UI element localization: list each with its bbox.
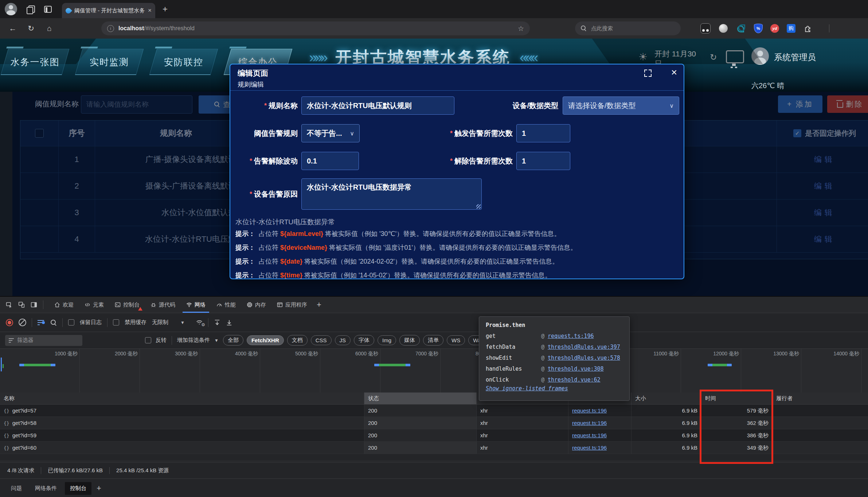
disable-cache-checkbox[interactable] [113, 319, 119, 326]
app-nav-tab[interactable]: 安防联控 [153, 49, 214, 75]
extensions-row: % yd 购 [700, 23, 829, 33]
throttling-caret-icon[interactable]: ▼ [180, 320, 185, 325]
request-type-chip[interactable]: 清单 [423, 335, 443, 346]
refresh-icon[interactable]: ↻ [26, 24, 36, 33]
teal-knot-extension-icon[interactable] [736, 23, 746, 33]
close-icon[interactable]: × [671, 67, 677, 78]
tab-application[interactable]: 应用程序 [273, 297, 311, 313]
sphere-extension-icon[interactable] [718, 23, 728, 33]
big-screen-monitor-icon[interactable] [726, 50, 744, 63]
rule-name-input[interactable]: 水位计-水位计RTU电压默认规则 [301, 96, 454, 115]
col-status[interactable]: 状态 [364, 393, 477, 404]
source-location-link[interactable]: thresholdRules.vue:578 [548, 355, 620, 361]
drawer-tab[interactable]: 控制台 [65, 482, 91, 495]
initiator-link[interactable]: request.ts:196 [572, 445, 607, 451]
drawer-tab[interactable]: 问题 [6, 482, 27, 495]
network-overview-timeline[interactable]: 1000 毫秒2000 毫秒3000 毫秒4000 毫秒5000 毫秒6000 … [0, 349, 868, 393]
inspect-element-icon[interactable] [6, 301, 12, 308]
fullscreen-icon[interactable] [644, 70, 652, 77]
show-ignore-listed-link[interactable]: Show ignore-listed frames [486, 385, 568, 392]
address-bar[interactable]: i localhost/#/system/threshold ☆ [101, 21, 530, 35]
release-count-input[interactable]: 1 [516, 152, 570, 170]
tab-sources[interactable]: 源代码 [147, 297, 179, 313]
network-conditions-icon[interactable]: ⚙ [196, 319, 203, 326]
trigger-count-input[interactable]: 1 [516, 124, 570, 142]
dock-side-icon[interactable] [31, 301, 37, 308]
app-nav-tab[interactable]: 水务一张图 [4, 49, 66, 75]
import-har-icon[interactable] [214, 319, 220, 326]
browser-tab[interactable]: 阈值管理 - 开封古城智慧水务 × [62, 3, 155, 18]
request-type-chip[interactable]: 文档 [287, 335, 308, 346]
invert-checkbox[interactable] [145, 337, 151, 343]
app-nav-tab[interactable]: 实时监测 [79, 49, 140, 75]
clear-network-log-icon[interactable] [19, 319, 26, 326]
drawer-more-button[interactable]: + [97, 484, 101, 493]
disable-cache-label[interactable]: 禁用缓存 [125, 319, 146, 326]
more-tabs-button[interactable]: + [317, 300, 321, 309]
new-tab-button[interactable]: + [163, 4, 168, 14]
tab-actions-icon[interactable] [44, 6, 52, 13]
alarm-rule-select[interactable]: 不等于告...∨ [301, 124, 360, 142]
record-network-log-icon[interactable] [6, 319, 13, 326]
source-location-link[interactable]: threshold.vue:308 [548, 366, 604, 372]
request-type-chip[interactable]: 字体 [354, 335, 374, 346]
header-refresh-icon[interactable]: ↻ [710, 52, 717, 62]
col-fulfilled[interactable]: 履行者 [773, 393, 868, 404]
home-icon[interactable]: ⌂ [44, 24, 55, 33]
request-type-chip[interactable]: JS [335, 335, 351, 345]
reason-preview-text: 水位计-水位计RTU电压数据异常 [235, 217, 335, 227]
shield-percent-extension-icon[interactable]: % [754, 24, 763, 33]
mask-extension-icon[interactable] [700, 23, 711, 33]
initiator-link[interactable]: request.ts:196 [572, 407, 607, 414]
throttling-select[interactable]: 无限制 [152, 319, 168, 326]
search-box[interactable]: 点此搜索 [575, 21, 681, 35]
request-type-chip[interactable]: 全部 [223, 335, 243, 346]
site-info-icon[interactable]: i [107, 25, 114, 32]
preserve-log-label[interactable]: 保留日志 [80, 319, 102, 326]
request-type-chip[interactable]: 媒体 [399, 335, 420, 346]
source-location-link[interactable]: request.ts:196 [548, 333, 594, 339]
filter-input[interactable]: 筛选器 [5, 335, 82, 346]
filter-icon[interactable] [38, 320, 45, 326]
initiator-link[interactable]: request.ts:196 [572, 432, 607, 438]
export-har-icon[interactable] [226, 319, 232, 326]
request-type-chip[interactable]: CSS [311, 335, 332, 345]
tab-welcome[interactable]: 欢迎 [51, 297, 77, 313]
release-wave-input[interactable]: 0.1 [301, 152, 359, 170]
invert-label[interactable]: 反转 [156, 337, 167, 344]
yd-extension-icon[interactable]: yd [770, 24, 779, 33]
col-size[interactable]: 大小 [632, 393, 701, 404]
tab-network[interactable]: 网络 [183, 297, 209, 313]
workspaces-icon[interactable] [27, 5, 35, 13]
request-type-chip[interactable]: Fetch/XHR [247, 335, 284, 345]
tab-memory[interactable]: 内存 [243, 297, 270, 313]
tab-elements[interactable]: 元素 [81, 297, 107, 313]
add-filter-caret-icon[interactable]: ▼ [214, 338, 219, 343]
extensions-puzzle-icon[interactable] [803, 23, 813, 33]
add-filter-label[interactable]: 增加筛选条件 [177, 337, 210, 344]
source-location-link[interactable]: threshold.vue:62 [548, 376, 601, 383]
back-icon[interactable]: ← [7, 24, 18, 33]
request-type-chip[interactable]: WS [447, 335, 465, 345]
tab-performance[interactable]: 性能 [213, 297, 239, 313]
device-toolbar-icon[interactable] [18, 301, 25, 308]
search-network-icon[interactable] [50, 319, 57, 326]
search-icon [581, 25, 587, 31]
url-text[interactable]: localhost/#/system/threshold [118, 25, 518, 32]
user-name[interactable]: 系统管理员 [774, 52, 816, 63]
browser-profile-avatar[interactable] [5, 3, 17, 15]
tab-close-icon[interactable]: × [148, 7, 152, 14]
device-type-select[interactable]: 请选择设备/数据类型∨ [563, 96, 679, 115]
alarm-reason-textarea[interactable]: 水位计-水位计RTU电压数据异常 [301, 178, 482, 210]
initiator-link[interactable]: request.ts:196 [572, 420, 607, 426]
divider [62, 318, 63, 327]
source-location-link[interactable]: thresholdRules.vue:397 [548, 344, 620, 350]
preserve-log-checkbox[interactable] [68, 319, 74, 326]
favorite-star-icon[interactable]: ☆ [518, 24, 524, 33]
drawer-tab[interactable]: 网络条件 [30, 482, 62, 495]
col-name[interactable]: 名称 [0, 393, 364, 404]
tab-console[interactable]: 控制台 [111, 297, 143, 313]
request-type-chip[interactable]: Img [378, 335, 396, 345]
gou-extension-icon[interactable]: 购 [787, 24, 795, 33]
user-avatar[interactable] [751, 47, 769, 65]
